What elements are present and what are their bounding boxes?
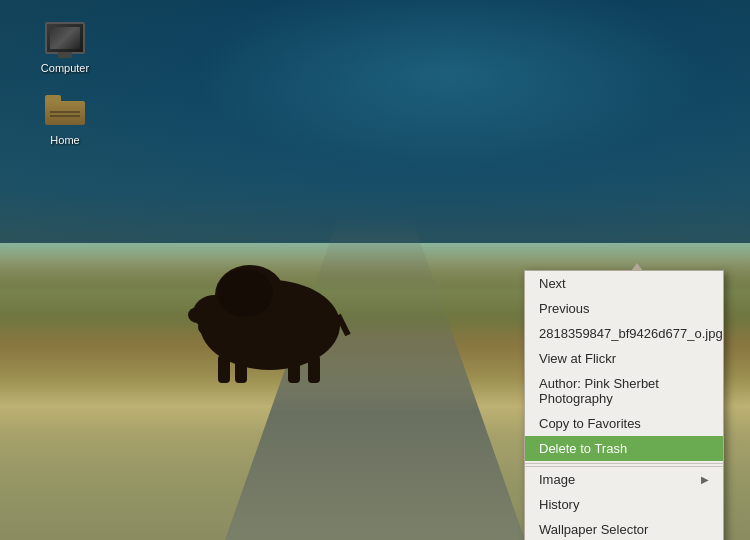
menu-item-label-next: Next bbox=[539, 276, 566, 291]
menu-item-image[interactable]: Image▶ bbox=[525, 466, 723, 492]
menu-item-label-view-at-flickr: View at Flickr bbox=[539, 351, 616, 366]
context-menu: NextPrevious2818359847_bf9426d677_o.jpgV… bbox=[524, 270, 724, 540]
svg-rect-8 bbox=[308, 355, 320, 383]
menu-item-filename[interactable]: 2818359847_bf9426d677_o.jpg bbox=[525, 321, 723, 346]
desktop-icon-home[interactable]: Home bbox=[30, 90, 100, 146]
computer-icon bbox=[41, 18, 89, 58]
svg-point-10 bbox=[217, 269, 273, 317]
menu-item-copy-to-favorites[interactable]: Copy to Favorites bbox=[525, 411, 723, 436]
computer-icon-label: Computer bbox=[41, 62, 89, 74]
home-icon bbox=[41, 90, 89, 130]
svg-rect-6 bbox=[235, 360, 247, 383]
menu-item-history[interactable]: History bbox=[525, 492, 723, 517]
menu-divider-image bbox=[525, 463, 723, 464]
desktop-icon-computer[interactable]: Computer bbox=[30, 18, 100, 74]
menu-item-view-at-flickr[interactable]: View at Flickr bbox=[525, 346, 723, 371]
menu-item-label-delete-to-trash: Delete to Trash bbox=[539, 441, 627, 456]
menu-item-wallpaper-selector[interactable]: Wallpaper Selector bbox=[525, 517, 723, 540]
submenu-arrow-image: ▶ bbox=[701, 474, 709, 485]
sky-layer bbox=[0, 0, 750, 243]
menu-item-previous[interactable]: Previous bbox=[525, 296, 723, 321]
home-icon-label: Home bbox=[50, 134, 79, 146]
menu-item-label-wallpaper-selector: Wallpaper Selector bbox=[539, 522, 648, 537]
menu-item-delete-to-trash[interactable]: Delete to Trash bbox=[525, 436, 723, 461]
menu-item-label-previous: Previous bbox=[539, 301, 590, 316]
svg-rect-5 bbox=[218, 355, 230, 383]
menu-item-label-image: Image bbox=[539, 472, 575, 487]
menu-item-label-filename: 2818359847_bf9426d677_o.jpg bbox=[539, 326, 723, 341]
menu-item-label-author: Author: Pink Sherbet Photography bbox=[539, 376, 709, 406]
menu-item-label-history: History bbox=[539, 497, 579, 512]
svg-point-4 bbox=[188, 307, 208, 323]
menu-item-author[interactable]: Author: Pink Sherbet Photography bbox=[525, 371, 723, 411]
svg-rect-7 bbox=[288, 360, 300, 383]
menu-item-next[interactable]: Next bbox=[525, 271, 723, 296]
bison-image bbox=[170, 255, 370, 385]
menu-item-label-copy-to-favorites: Copy to Favorites bbox=[539, 416, 641, 431]
